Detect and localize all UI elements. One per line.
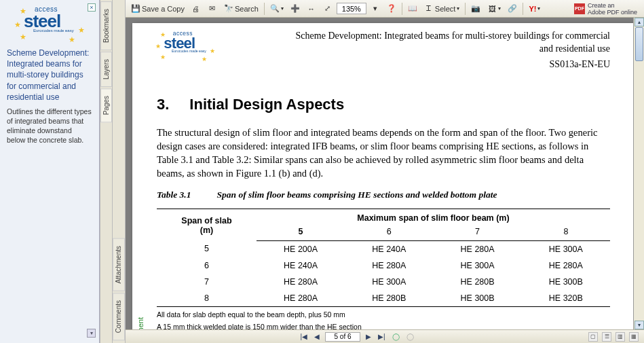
table-note-2: A 15 mm thick welded plate is 150 mm wid… xyxy=(157,322,610,329)
print-button[interactable]: 🖨 xyxy=(189,2,204,16)
zoom-out-button[interactable]: 🔍▾ xyxy=(267,2,286,16)
first-page-button[interactable]: |◀ xyxy=(299,333,309,340)
disk-icon: 💾 xyxy=(131,4,140,14)
zoom-in-icon: ➕ xyxy=(290,4,300,14)
zoom-out-icon: 🔍 xyxy=(270,4,280,14)
panel-scroll-down[interactable]: ▾ xyxy=(87,329,96,338)
fit-page-icon: ⤢ xyxy=(323,4,333,14)
view-facing-button[interactable]: ▥ xyxy=(615,332,625,342)
page-logo: access steel Eurocodes made easy ★ ★ ★ ★… xyxy=(157,30,214,59)
forward-view-button[interactable]: ◯ xyxy=(405,333,415,340)
help-button[interactable]: ❓ xyxy=(384,2,399,16)
yahoo-toolbar-button[interactable]: Y!▾ xyxy=(526,3,543,15)
ebook-button[interactable]: 📖 xyxy=(405,2,420,16)
next-page-button[interactable]: ▶ xyxy=(364,333,373,340)
fit-width-icon: ↔ xyxy=(307,4,316,14)
scroll-up-arrow[interactable]: ▴ xyxy=(634,18,644,26)
navigation-panel: × access steel Eurocodes made easy ★ ★ ★… xyxy=(0,0,100,343)
cursor-icon: Ꮖ xyxy=(424,4,434,14)
create-pdf-online-button[interactable]: PDF Create anAdobe PDF online xyxy=(570,2,641,16)
table-row: 7HE 280AHE 300AHE 280BHE 300B xyxy=(157,274,610,290)
nav-document-description: Outlines the different types of integrat… xyxy=(0,107,99,145)
tool2-button[interactable]: 🖼▾ xyxy=(485,2,504,16)
side-tabs-top: Bookmarks Layers Pages xyxy=(100,0,113,343)
tab-comments[interactable]: Comments xyxy=(113,293,125,340)
view-single-page-button[interactable]: ▢ xyxy=(588,332,598,342)
page-number-input[interactable] xyxy=(325,332,360,342)
page-header: Scheme Development: Integrated beams for… xyxy=(241,30,610,71)
body-paragraph: The structural design of slim floor and … xyxy=(157,126,610,180)
zoom-in-button[interactable]: ➕ xyxy=(288,2,303,16)
document-area: 💾Save a Copy 🖨 ✉ 🔭Search 🔍▾ ➕ ↔ ⤢ ▾ ❓ 📖 … xyxy=(126,0,644,343)
select-tool-button[interactable]: ᏆSelect▾ xyxy=(421,2,463,16)
view-continuous-button[interactable]: ☰ xyxy=(602,332,611,342)
side-tabs-bottom: Attachments Comments xyxy=(113,0,126,343)
table-row: 6HE 240AHE 280AHE 300AHE 280A xyxy=(157,257,610,274)
link-icon: 🔗 xyxy=(508,4,517,14)
tool3-button[interactable]: 🔗 xyxy=(505,2,520,16)
zoom-input[interactable] xyxy=(337,3,366,14)
email-button[interactable]: ✉ xyxy=(205,2,220,16)
camera-icon: 📷 xyxy=(471,4,480,14)
binoculars-icon: 🔭 xyxy=(224,4,233,14)
close-panel-button[interactable]: × xyxy=(88,3,96,12)
toolbar: 💾Save a Copy 🖨 ✉ 🔭Search 🔍▾ ➕ ↔ ⤢ ▾ ❓ 📖 … xyxy=(126,0,644,18)
data-table: Span of slab(m) Maximum span of slim flo… xyxy=(157,209,610,307)
tab-pages[interactable]: Pages xyxy=(100,88,112,122)
tab-bookmarks[interactable]: Bookmarks xyxy=(100,1,112,50)
picture-icon: 🖼 xyxy=(487,4,497,14)
snapshot-button[interactable]: 📷 xyxy=(468,2,483,16)
mail-icon: ✉ xyxy=(208,4,217,14)
section-heading: 3. Initial Design Aspects xyxy=(157,96,610,113)
search-button[interactable]: 🔭Search xyxy=(221,2,261,16)
print-icon: 🖨 xyxy=(191,4,201,14)
table-caption: Table 3.1 Span of slim floor beams compr… xyxy=(157,189,610,200)
vertical-scrollbar[interactable]: ▴ ▾ xyxy=(633,18,644,329)
tab-layers[interactable]: Layers xyxy=(100,52,112,87)
pdf-icon: PDF xyxy=(574,3,585,14)
logo-area: access steel Eurocodes made easy ★ ★ ★ ★… xyxy=(0,0,99,42)
tab-attachments[interactable]: Attachments xyxy=(113,238,125,291)
margin-text-fragment: ement xyxy=(136,317,145,329)
table-row: 8HE 280AHE 280BHE 300BHE 320B xyxy=(157,290,610,307)
page-viewport[interactable]: ement access steel Eurocodes made easy ★… xyxy=(126,18,644,329)
help-icon: ❓ xyxy=(387,4,396,14)
book-icon: 📖 xyxy=(408,4,417,14)
nav-document-title[interactable]: Scheme Development: Integrated beams for… xyxy=(0,42,99,107)
pdf-page: ement access steel Eurocodes made easy ★… xyxy=(132,23,634,329)
scroll-thumb[interactable] xyxy=(635,27,643,61)
fit-page-button[interactable]: ⤢ xyxy=(320,2,335,16)
scroll-down-arrow[interactable]: ▾ xyxy=(634,321,644,329)
access-steel-logo: access steel Eurocodes made easy ★ ★ ★ ★… xyxy=(16,5,83,39)
document-reference: SS013a-EN-EU xyxy=(241,58,610,71)
fit-width-button[interactable]: ↔ xyxy=(304,2,319,16)
table-row: 5HE 200AHE 240AHE 280AHE 300A xyxy=(157,240,610,257)
zoom-dropdown[interactable]: ▾ xyxy=(368,2,383,16)
status-bar: |◀ ◀ ▶ ▶| ◯ ◯ ▢ ☰ ▥ ▦ xyxy=(126,329,644,343)
last-page-button[interactable]: ▶| xyxy=(377,333,387,340)
save-copy-button[interactable]: 💾Save a Copy xyxy=(128,2,187,16)
prev-page-button[interactable]: ◀ xyxy=(313,333,321,340)
chevron-down-icon: ▾ xyxy=(371,4,380,14)
back-view-button[interactable]: ◯ xyxy=(391,333,401,340)
table-note-1: All data for slab depth equal to the bea… xyxy=(157,310,610,319)
view-continuous-facing-button[interactable]: ▦ xyxy=(629,332,639,342)
